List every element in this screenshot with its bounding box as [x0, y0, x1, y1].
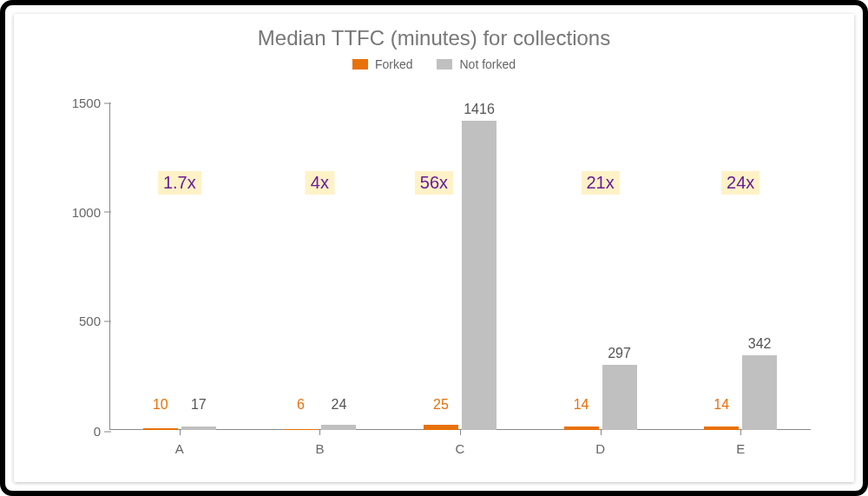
- ytick-label: 500: [79, 314, 101, 328]
- ytick-label: 0: [94, 424, 101, 439]
- xtick: [319, 430, 320, 435]
- xtick: [740, 430, 741, 435]
- bar-notforked-E: [742, 355, 777, 430]
- bar-label-notforked-E: 342: [733, 336, 786, 352]
- group-B: B 6 24 4x: [250, 103, 391, 430]
- legend-item-forked: Forked: [352, 57, 413, 71]
- bar-label-notforked-B: 24: [312, 397, 365, 413]
- x-category-label: E: [670, 441, 811, 456]
- ytick-mark: [104, 431, 111, 432]
- chart-legend: Forked Not forked: [14, 57, 854, 71]
- bar-forked-E: [704, 427, 739, 430]
- bar-label-forked-D: 14: [556, 397, 608, 413]
- bar-notforked-C: [462, 121, 496, 430]
- ytick-1000: 1000: [49, 204, 101, 219]
- legend-label-forked: Forked: [375, 57, 413, 71]
- ytick-label: 1000: [72, 204, 101, 219]
- chart-card: Median TTFC (minutes) for collections Fo…: [14, 14, 854, 482]
- bar-forked-B: [283, 429, 318, 431]
- bar-notforked-A: [181, 427, 216, 430]
- xtick: [180, 430, 181, 435]
- group-D: D 14 297 21x: [530, 103, 671, 430]
- x-category-label: B: [250, 441, 391, 456]
- annotation-A: 1.7x: [158, 171, 201, 195]
- legend-swatch-forked: [352, 59, 368, 69]
- legend-item-notforked: Not forked: [437, 57, 516, 71]
- ytick-label: 1500: [72, 96, 101, 110]
- ytick-1500: 1500: [49, 96, 101, 110]
- bar-label-forked-C: 25: [415, 397, 467, 413]
- xtick: [460, 430, 461, 435]
- bar-label-forked-E: 14: [695, 397, 747, 413]
- bar-notforked-B: [321, 425, 356, 430]
- annotation-B: 4x: [306, 171, 334, 195]
- plot-area: 0 500 1000 1500 A 10: [109, 103, 811, 430]
- ytick-500: 500: [49, 314, 101, 328]
- x-category-label: C: [390, 441, 530, 456]
- annotation-D: 21x: [581, 171, 619, 195]
- x-category-label: A: [109, 441, 250, 456]
- bar-forked-D: [564, 427, 599, 430]
- xtick: [601, 430, 602, 435]
- bar-groups: A 10 17 1.7x B 6 24 4x: [109, 103, 811, 430]
- annotation-E: 24x: [721, 171, 760, 195]
- annotation-C: 56x: [415, 171, 453, 195]
- x-category-label: D: [530, 441, 671, 456]
- ytick-0: 0: [49, 424, 101, 439]
- legend-label-notforked: Not forked: [459, 57, 516, 71]
- bar-label-notforked-C: 1416: [453, 102, 505, 117]
- group-A: A 10 17 1.7x: [109, 103, 250, 430]
- chart-title: Median TTFC (minutes) for collections: [14, 26, 854, 50]
- bar-notforked-D: [602, 365, 637, 430]
- window-frame: Median TTFC (minutes) for collections Fo…: [0, 0, 868, 496]
- bar-label-notforked-D: 297: [594, 346, 646, 361]
- bar-label-notforked-A: 17: [173, 397, 225, 413]
- legend-swatch-notforked: [437, 59, 452, 69]
- group-E: E 14 342 24x: [670, 103, 811, 430]
- group-C: C 25 1416 56x: [390, 103, 530, 430]
- bar-forked-A: [143, 428, 178, 431]
- bar-forked-C: [424, 425, 458, 430]
